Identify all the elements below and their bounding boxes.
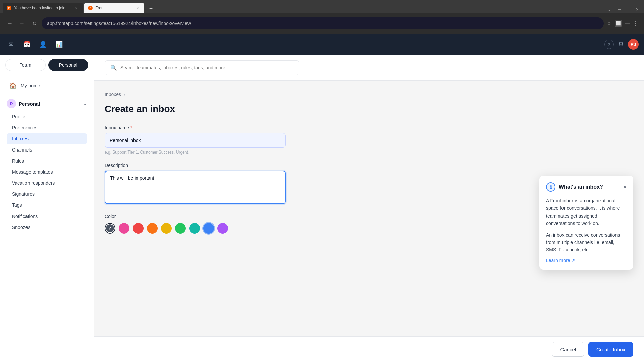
color-swatch-red[interactable] (133, 223, 144, 234)
close-window-button[interactable]: × (633, 5, 641, 13)
personal-group-avatar: P (7, 99, 16, 108)
color-swatch-pink[interactable] (119, 223, 129, 234)
sidebar-nav: 🏠 My home P Personal ⌄ Profile (0, 75, 94, 362)
settings-button[interactable]: ⚙ (618, 40, 624, 48)
sidebar-item-inboxes[interactable]: Inboxes (7, 133, 87, 144)
personal-tab[interactable]: Personal (48, 59, 89, 71)
inbox-icon[interactable]: ✉ (5, 39, 16, 50)
tab1-label: You have been invited to join Fro... (14, 6, 71, 10)
personal-group-header[interactable]: P Personal ⌄ (5, 96, 88, 111)
breadcrumb-inboxes-link[interactable]: Inboxes (105, 92, 121, 97)
tab2-label: Front (95, 6, 132, 10)
form-content: Inboxes › Create an inbox ℹ Inbox name * (94, 81, 644, 362)
maximize-button[interactable]: □ (624, 5, 632, 13)
personal-chevron-icon: ⌄ (83, 101, 87, 106)
color-swatch-teal[interactable] (189, 223, 200, 234)
bookmark-icon[interactable]: ☆ (606, 20, 612, 27)
browser-menu-icon[interactable]: ⋮ (633, 20, 639, 27)
topbar-right: ? ⚙ RJ (604, 39, 639, 50)
search-icon: 🔍 (110, 65, 117, 71)
browser-chrome: F You have been invited to join Fro... ×… (0, 0, 644, 34)
color-label: Color (105, 214, 286, 219)
external-link-icon: ↗ (572, 258, 575, 263)
description-group: Description This will be important (105, 163, 286, 205)
page-title: Create an inbox (105, 104, 633, 114)
inbox-name-label: Inbox name * (105, 125, 286, 130)
info-panel-close-button[interactable]: × (623, 184, 627, 190)
app-shell: ✉ 📅 👤 📊 ⋮ ? ⚙ RJ Team Personal 🏠 My home (0, 34, 644, 362)
breadcrumb-separator: › (124, 92, 125, 97)
extension-icon[interactable]: 🔲 (614, 20, 622, 27)
forward-button[interactable]: → (17, 19, 27, 28)
learn-more-link[interactable]: Learn more ↗ (546, 258, 627, 263)
create-inbox-button[interactable]: Create Inbox (588, 342, 633, 357)
notifications-label: Notifications (12, 214, 38, 219)
tab1-favicon: F (7, 6, 11, 10)
info-panel: ℹ What's an inbox? × A Front inbox is an… (539, 176, 633, 270)
new-tab-button[interactable]: + (146, 4, 156, 13)
inboxes-label: Inboxes (12, 136, 29, 141)
incognito-label (625, 23, 630, 24)
user-avatar[interactable]: RJ (628, 39, 639, 50)
sidebar-item-channels[interactable]: Channels (7, 144, 87, 155)
info-panel-icon: ℹ (546, 182, 555, 192)
sidebar-item-notifications[interactable]: Notifications (7, 211, 87, 222)
info-panel-title: What's an inbox? (559, 184, 603, 190)
inbox-name-input[interactable] (105, 133, 286, 148)
signatures-label: Signatures (12, 191, 35, 197)
description-label: Description (105, 163, 286, 168)
sidebar-item-message-templates[interactable]: Message templates (7, 167, 87, 177)
sidebar-item-rules[interactable]: Rules (7, 156, 87, 166)
color-swatch-dark[interactable]: ✓ (105, 223, 115, 234)
checkmark-icon: ✓ (108, 226, 112, 231)
team-tab[interactable]: Team (5, 59, 46, 71)
back-button[interactable]: ← (5, 19, 15, 28)
personal-sub-items: Profile Preferences Inboxes Channels Rul (5, 111, 88, 233)
sidebar-item-tags[interactable]: Tags (7, 200, 87, 210)
color-swatch-blue[interactable] (203, 223, 214, 234)
color-swatch-purple[interactable] (217, 223, 228, 234)
tab2-close[interactable]: × (135, 5, 140, 11)
sidebar-item-myhome[interactable]: 🏠 My home (3, 79, 91, 93)
contacts-icon[interactable]: 👤 (38, 39, 48, 50)
help-button[interactable]: ? (604, 40, 614, 49)
browser-nav: ← → ↻ app.frontapp.com/settings/tea:1561… (0, 13, 644, 34)
analytics-icon[interactable]: 📊 (54, 39, 64, 50)
preferences-label: Preferences (12, 125, 37, 130)
color-swatch-orange[interactable] (147, 223, 158, 234)
sidebar-item-snoozes[interactable]: Snoozes (7, 222, 87, 233)
color-swatches: ✓ (105, 223, 286, 234)
search-input[interactable] (120, 65, 293, 70)
tabs-menu-button[interactable]: ⌄ (605, 5, 614, 13)
sidebar-item-preferences[interactable]: Preferences (7, 122, 87, 133)
sidebar-item-signatures[interactable]: Signatures (7, 189, 87, 199)
tab2-favicon: F (88, 6, 93, 10)
description-input[interactable]: This will be important (105, 171, 286, 204)
home-icon: 🏠 (9, 82, 17, 89)
required-star: * (130, 125, 132, 130)
color-swatch-yellow[interactable] (161, 223, 172, 234)
tags-label: Tags (12, 202, 22, 208)
inbox-name-hint: e.g. Support Tier 1, Customer Success, U… (105, 150, 286, 155)
info-panel-text2: An inbox can receive conversations from … (546, 231, 627, 254)
more-icon[interactable]: ⋮ (70, 39, 80, 50)
calendar-icon[interactable]: 📅 (21, 39, 32, 50)
profile-label: Profile (12, 114, 25, 119)
cancel-button[interactable]: Cancel (552, 342, 584, 357)
info-panel-text1: A Front inbox is an organizational space… (546, 197, 627, 227)
inbox-name-group: Inbox name * e.g. Support Tier 1, Custom… (105, 125, 286, 155)
browser-tab-1[interactable]: F You have been invited to join Fro... × (3, 3, 83, 13)
vacation-responders-label: Vacation responders (12, 180, 55, 186)
minimize-button[interactable]: ─ (615, 5, 624, 13)
info-panel-header: ℹ What's an inbox? × (546, 182, 627, 192)
tab1-close[interactable]: × (74, 5, 79, 11)
sidebar-item-profile[interactable]: Profile (7, 111, 87, 122)
color-swatch-green[interactable] (175, 223, 186, 234)
sidebar-switcher: Team Personal (0, 55, 94, 75)
sidebar-item-vacation-responders[interactable]: Vacation responders (7, 178, 87, 188)
address-bar[interactable]: app.frontapp.com/settings/tea:15619924/i… (42, 17, 604, 29)
browser-tab-2[interactable]: F Front × (84, 3, 144, 13)
personal-group-title: Personal (19, 101, 40, 107)
address-text: app.frontapp.com/settings/tea:15619924/i… (47, 21, 191, 26)
refresh-button[interactable]: ↻ (30, 19, 39, 28)
